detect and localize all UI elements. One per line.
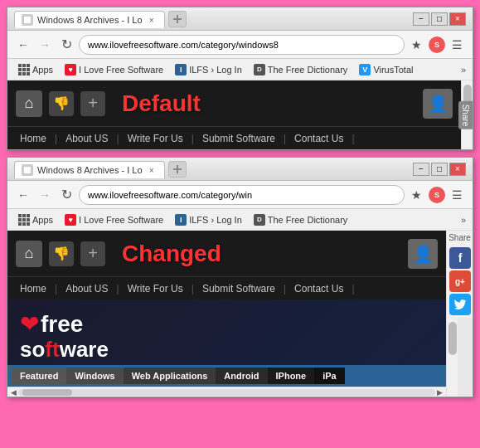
nav-about-1[interactable]: About US: [57, 133, 116, 144]
bookmark-star-1[interactable]: ★: [408, 37, 425, 53]
nav-home-1[interactable]: Home: [12, 133, 55, 144]
twitter-button[interactable]: [449, 294, 471, 315]
bookmark-ilovefree-2[interactable]: ♥ I Love Free Software: [61, 213, 167, 226]
maximize-button-2[interactable]: □: [431, 163, 448, 176]
gplus-button[interactable]: g+: [449, 270, 471, 292]
bookmark-star-2[interactable]: ★: [408, 187, 425, 203]
scroll-right-arrow[interactable]: ▶: [435, 388, 444, 397]
refresh-button-2[interactable]: ↻: [57, 186, 75, 204]
extension-icon-2[interactable]: S: [429, 187, 445, 203]
bookmark-ilovefree[interactable]: ♥ I Love Free Software: [61, 63, 167, 76]
minimize-button-2[interactable]: −: [413, 163, 429, 176]
sec-nav-featured[interactable]: Featured: [12, 368, 66, 384]
hscroll-thumb[interactable]: [22, 389, 72, 396]
new-tab-button-2[interactable]: [168, 161, 187, 178]
nav-home-2[interactable]: Home: [12, 283, 55, 295]
tab-close-1[interactable]: ×: [146, 14, 158, 26]
share-button-1[interactable]: Share: [458, 100, 473, 129]
sec-nav-windows[interactable]: Windows: [66, 368, 123, 384]
site-nav-2: Home | About US | Write For Us | Submit …: [7, 276, 446, 299]
bookmark-ilfs-2[interactable]: I ILFS › Log In: [171, 213, 246, 226]
site-nav-1: Home | About US | Write For Us | Submit …: [7, 126, 461, 149]
site-home-icon-1[interactable]: ⌂: [16, 90, 42, 117]
site-thumbdown-icon-2[interactable]: 👎: [49, 241, 74, 266]
window-controls-2: − □ ×: [413, 163, 466, 176]
menu-button-2[interactable]: ☰: [448, 187, 466, 203]
nav-contact-1[interactable]: Contact Us: [286, 133, 352, 144]
tab-close-2[interactable]: ×: [146, 164, 158, 176]
tab-favicon-1: [22, 14, 33, 26]
bookmark-dictionary[interactable]: D The Free Dictionary: [250, 63, 352, 76]
close-button-2[interactable]: ×: [449, 163, 466, 176]
browser-window-2: Windows 8 Archives - I Lo × − □ × ← → ↻ …: [7, 157, 473, 397]
virustotal-favicon: V: [359, 64, 371, 75]
nav-sep-2-5: |: [352, 283, 354, 295]
back-button-1[interactable]: ←: [14, 36, 32, 54]
refresh-button-1[interactable]: ↻: [57, 36, 75, 54]
forward-button-2[interactable]: →: [36, 186, 54, 204]
tab-title-2: Windows 8 Archives - I Lo: [37, 165, 143, 175]
sec-nav-webapps[interactable]: Web Applications: [124, 368, 216, 384]
hscroll-track: [18, 389, 435, 396]
close-button-1[interactable]: ×: [449, 12, 466, 26]
logo-heart-icon: ❤: [20, 312, 39, 338]
site-home-icon-2[interactable]: ⌂: [16, 241, 42, 267]
maximize-button-1[interactable]: □: [431, 12, 448, 26]
logo-free-text: free: [41, 312, 83, 338]
dictionary-label: The Free Dictionary: [268, 65, 348, 75]
bookmark-apps[interactable]: Apps: [14, 63, 57, 76]
apps-label-2: Apps: [32, 215, 53, 225]
bookmark-apps-2[interactable]: Apps: [14, 213, 57, 226]
extension-icon-1[interactable]: S: [429, 37, 445, 53]
facebook-button[interactable]: f: [449, 247, 471, 269]
ilovefree-label: I Love Free Software: [79, 65, 163, 75]
ilfs-label: ILFS › Log In: [189, 65, 242, 75]
tab-title-1: Windows 8 Archives - I Lo: [37, 15, 143, 25]
site-plus-icon-2[interactable]: +: [80, 241, 105, 266]
new-tab-button-1[interactable]: [168, 11, 187, 27]
dictionary-favicon: D: [254, 64, 265, 75]
title-bar-2: Windows 8 Archives - I Lo × − □ ×: [7, 158, 473, 181]
nav-write-2[interactable]: Write For Us: [119, 283, 192, 295]
window-controls-1: − □ ×: [413, 12, 466, 26]
ilovefree-favicon: ♥: [65, 64, 76, 75]
url-input-1[interactable]: [79, 35, 405, 55]
scrollbar-2[interactable]: [446, 318, 458, 397]
bookmark-ilfs[interactable]: I ILFS › Log In: [171, 63, 246, 76]
nav-submit-1[interactable]: Submit Software: [194, 133, 284, 144]
nav-about-2[interactable]: About US: [57, 283, 116, 295]
bookmark-dictionary-2[interactable]: D The Free Dictionary: [250, 213, 352, 226]
title-bar-1: Windows 8 Archives - I Lo × − □ ×: [7, 7, 473, 31]
bookmarks-more-button-2[interactable]: »: [461, 215, 466, 225]
bookmark-virustotal[interactable]: V VirusTotal: [355, 63, 417, 76]
site-thumbdown-icon-1[interactable]: 👎: [49, 91, 74, 116]
nav-contact-2[interactable]: Contact Us: [286, 283, 352, 295]
browser-window-1: Windows 8 Archives - I Lo × − □ × ← → ↻ …: [7, 7, 473, 150]
svg-rect-1: [24, 17, 31, 23]
browser-frame-1: Windows 8 Archives - I Lo × − □ × ← → ↻ …: [7, 7, 473, 150]
horizontal-scrollbar[interactable]: ◀ ▶: [7, 387, 446, 397]
sec-nav-iphone[interactable]: IPhone: [268, 368, 315, 384]
browser-frame-2: Windows 8 Archives - I Lo × − □ × ← → ↻ …: [7, 157, 473, 397]
forward-button-1[interactable]: →: [36, 36, 54, 54]
browser-tab-2[interactable]: Windows 8 Archives - I Lo ×: [14, 161, 165, 178]
social-share-panel: f g+: [446, 245, 473, 318]
scrollbar-thumb-2[interactable]: [448, 322, 457, 355]
site-plus-icon-1[interactable]: +: [80, 91, 105, 116]
scroll-left-arrow[interactable]: ◀: [9, 388, 18, 397]
sec-nav-ipad[interactable]: iPa: [314, 368, 345, 384]
sec-nav-android[interactable]: Android: [216, 368, 267, 384]
browser-tab-1[interactable]: Windows 8 Archives - I Lo ×: [14, 11, 165, 28]
nav-write-1[interactable]: Write For Us: [119, 133, 192, 144]
apps-grid-icon: [18, 64, 30, 75]
dictionary-label-2: The Free Dictionary: [268, 215, 348, 225]
minimize-button-1[interactable]: −: [413, 12, 429, 26]
svg-rect-5: [24, 167, 31, 173]
url-input-2[interactable]: [79, 185, 405, 205]
svg-rect-3: [173, 18, 182, 20]
back-button-2[interactable]: ←: [14, 186, 32, 204]
nav-submit-2[interactable]: Submit Software: [194, 283, 284, 295]
menu-button-1[interactable]: ☰: [448, 37, 466, 53]
bookmarks-more-button[interactable]: »: [461, 65, 466, 75]
site-header-1: ⌂ 👎 + Default 👤: [7, 80, 461, 126]
